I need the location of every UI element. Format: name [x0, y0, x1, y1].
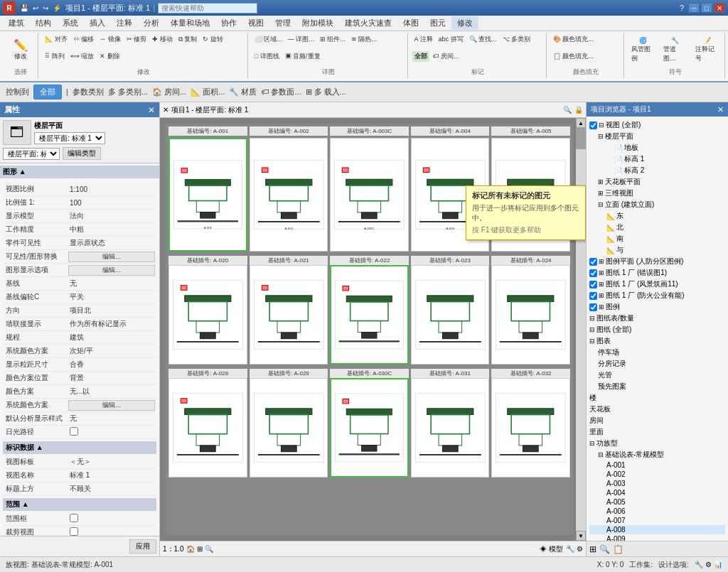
tree-expand-18[interactable]: ⊟	[589, 326, 595, 333]
canvas-content[interactable]: 基础编号: A-001 基础编号: A-002 基础编号: A-003C 基础编…	[160, 118, 586, 541]
wind-diagram-btn[interactable]: 🌀风管图例	[628, 36, 658, 65]
tree-item-10[interactable]: 📐 南	[589, 233, 725, 244]
sync-icon[interactable]: ⚡	[51, 4, 63, 12]
tree-item-2[interactable]: 📄 地板	[589, 142, 725, 153]
cell-3-5[interactable]	[491, 378, 570, 477]
detail-line-btn[interactable]: — 详图...	[286, 34, 316, 45]
tree-item-18[interactable]: ⊟ 图纸 (全部)	[589, 324, 725, 335]
properties-close-btn[interactable]: ✕	[148, 105, 155, 115]
tree-expand-7[interactable]: ⊟	[598, 201, 604, 208]
canvas-house-icon[interactable]: 🏠	[186, 545, 195, 553]
scroll-thumb[interactable]	[576, 128, 586, 149]
insulation-btn[interactable]: ≋ 隔热...	[349, 34, 379, 45]
tree-checkbox-0[interactable]	[589, 122, 597, 129]
delete-btn[interactable]: ✕ 删除	[97, 51, 122, 62]
tree-item-26[interactable]: 房间	[589, 415, 725, 426]
scroll-up-btn[interactable]: ▲	[576, 118, 586, 128]
cell-3-3[interactable]	[330, 378, 409, 477]
trim-btn[interactable]: ✂ 修剪	[124, 34, 149, 45]
tree-expand-14[interactable]: ⊞	[599, 281, 604, 288]
tree-expand-17[interactable]: ⊟	[589, 315, 595, 322]
tree-item-5[interactable]: ⊞ 天花板平面	[589, 176, 725, 188]
tree-item-17[interactable]: ⊟ 图纸表/数量	[589, 313, 725, 324]
maximize-button[interactable]: □	[701, 3, 712, 13]
canvas-render-icon[interactable]: ⚙	[577, 545, 583, 553]
array-btn[interactable]: ⠿ 阵列	[43, 51, 67, 62]
tree-expand-13[interactable]: ⊞	[599, 269, 604, 276]
copy-btn[interactable]: ⧉ 复制	[176, 34, 200, 45]
tree-item-a007[interactable]: A-007	[589, 516, 725, 525]
tree-expand-0[interactable]: ⊟	[599, 122, 604, 129]
menu-structure[interactable]: 结构	[30, 16, 57, 30]
cell-1-1[interactable]: A-001	[168, 138, 247, 252]
crop-visible-checkbox[interactable]	[70, 527, 78, 536]
extents-section-header[interactable]: 范围 ▲	[3, 498, 156, 511]
region-btn[interactable]: ⬜ 区域...	[252, 34, 284, 45]
offset-btn[interactable]: ⇔ 偏移	[71, 34, 97, 45]
help-icon[interactable]: ?	[680, 4, 684, 12]
menu-bodymap[interactable]: 体图	[397, 16, 424, 30]
tree-item-a006[interactable]: A-006	[589, 507, 725, 516]
tree-item-6[interactable]: ⊞ 三维视图	[589, 188, 725, 199]
redo-icon[interactable]: ↪	[41, 4, 50, 12]
cell-2-5[interactable]	[491, 265, 570, 365]
modify-btn[interactable]: ✏️ 修改	[8, 38, 33, 63]
tree-item-23[interactable]: 预先图案	[589, 381, 725, 392]
close-button[interactable]: ✕	[714, 3, 725, 13]
status-icon-1[interactable]: 🔧	[695, 561, 703, 568]
tree-item-a009[interactable]: A-009	[589, 534, 725, 541]
tree-item-15[interactable]: ⊞ 图纸 1 厂 (防火公业有能)	[589, 290, 725, 301]
tree-item-4[interactable]: 📄 标高 2	[589, 165, 725, 176]
cell-1-2[interactable]: A-002	[250, 138, 328, 252]
save-icon[interactable]: 💾	[18, 4, 30, 12]
align-btn[interactable]: 📐 对齐	[43, 34, 70, 45]
tree-checkbox-12[interactable]	[589, 258, 597, 266]
colorlegend-btn[interactable]: 📋 颜色填充...	[551, 51, 596, 62]
tree-checkbox-13[interactable]	[589, 269, 597, 277]
tree-item-12[interactable]: ⊞ 图例平面 (人防分区图例)	[589, 256, 725, 267]
tree-expand-1[interactable]: ⊟	[598, 133, 604, 140]
scale-btn[interactable]: ⟺ 缩放	[68, 51, 97, 62]
menu-view[interactable]: 视图	[242, 16, 269, 30]
tree-item-22[interactable]: 光管	[589, 369, 725, 381]
canvas-zoom-region-icon[interactable]: 🔍	[205, 545, 213, 553]
colorfill-btn[interactable]: 🎨 颜色填充...	[551, 34, 596, 45]
identity-section-header[interactable]: 标识数据 ▲	[3, 441, 156, 454]
tree-expand-15[interactable]: ⊞	[599, 292, 604, 299]
tree-item-14[interactable]: ⊞ 图纸 1 厂 (风景筑画11)	[589, 279, 725, 290]
rp-tool-2[interactable]: 🔍	[599, 544, 610, 554]
menu-collaborate[interactable]: 协作	[215, 16, 242, 30]
cell-3-1[interactable]	[168, 378, 247, 477]
tagall-btn[interactable]: 全部	[412, 51, 429, 62]
tree-item-27[interactable]: 里面	[589, 426, 725, 438]
canvas-workset-icon[interactable]: 🔧	[566, 545, 574, 553]
tree-item-9[interactable]: 📐 北	[589, 222, 725, 233]
component-btn[interactable]: ⊞ 组件...	[318, 34, 348, 45]
move-btn[interactable]: ✚ 移动	[150, 34, 175, 45]
tree-item-a008[interactable]: A-008	[589, 525, 725, 534]
project-browser-close-btn[interactable]: ✕	[717, 105, 724, 114]
multileader-btn[interactable]: ⌥ 多类别	[500, 34, 533, 45]
menu-annotate[interactable]: 注释	[111, 16, 138, 30]
menu-systems[interactable]: 系统	[57, 16, 84, 30]
cell-2-3[interactable]	[330, 265, 409, 365]
tree-checkbox-14[interactable]	[589, 281, 597, 288]
tree-item-21[interactable]: 分房记录	[589, 358, 725, 369]
opening-btn[interactable]: □ 详图线	[252, 51, 282, 62]
menu-firecheck[interactable]: 建筑火灾速查	[339, 16, 397, 30]
menu-architecture[interactable]: 建筑	[3, 16, 30, 30]
menu-modify[interactable]: 修改	[451, 16, 478, 30]
tree-checkbox-16[interactable]	[589, 303, 597, 311]
tree-expand-19[interactable]: ⊟	[589, 338, 595, 345]
find-btn[interactable]: 🔍 查找...	[467, 34, 499, 45]
tagroom-btn[interactable]: 🏷 房间...	[431, 51, 461, 62]
tree-item-19[interactable]: ⊟ 图表	[589, 335, 725, 347]
tree-item-a001[interactable]: A-001	[589, 460, 725, 470]
menu-insert[interactable]: 插入	[84, 16, 111, 30]
tree-item-3[interactable]: 📄 标高 1	[589, 153, 725, 165]
search-input[interactable]	[158, 3, 257, 14]
cell-2-1[interactable]	[168, 265, 247, 365]
pipe-diagram-btn[interactable]: 🔧管道图...	[660, 36, 689, 65]
tree-item-11[interactable]: 📐 与	[589, 244, 725, 256]
canvas-close-btn[interactable]: ✕	[163, 106, 168, 114]
